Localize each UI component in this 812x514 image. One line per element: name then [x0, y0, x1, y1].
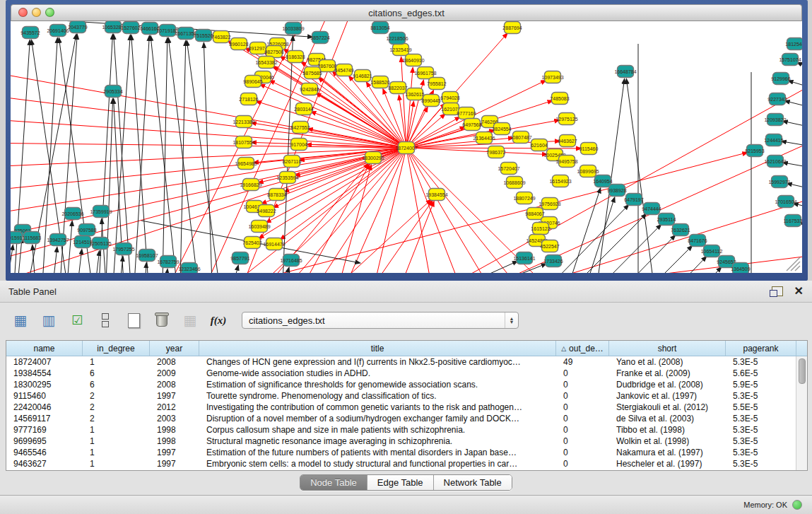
network-node[interactable]: 16039489 — [248, 221, 270, 233]
network-node[interactable]: 9097588 — [77, 224, 96, 236]
table-row[interactable]: 1938455462009Genome-wide association stu… — [6, 368, 807, 379]
network-node[interactable]: 18300295 — [362, 152, 384, 164]
network-node[interactable]: 8267110 — [283, 156, 302, 168]
network-node[interactable]: 7625402 — [242, 237, 261, 249]
network-edge[interactable] — [95, 251, 100, 273]
network-node[interactable]: 2718126 — [239, 93, 258, 105]
network-node[interactable]: 9115460 — [579, 143, 599, 155]
network-edge[interactable] — [787, 183, 802, 189]
network-node[interactable]: 917004 — [290, 139, 307, 151]
zoom-window-button[interactable] — [45, 8, 54, 17]
network-node[interactable]: 16210643 — [764, 156, 786, 168]
network-node[interactable]: 13942757 — [47, 234, 69, 246]
network-edge[interactable] — [145, 263, 146, 273]
network-edge[interactable] — [406, 148, 488, 273]
table-row[interactable]: 1456911722003Disruption of a novel membe… — [6, 413, 807, 424]
network-node[interactable]: 17359919 — [90, 206, 112, 218]
column-header-name[interactable]: name — [6, 341, 83, 356]
new-table-icon[interactable] — [124, 311, 143, 329]
column-header-title[interactable]: title — [199, 341, 556, 356]
network-node[interactable]: 1588520 — [370, 76, 389, 88]
network-node[interactable]: 8960128 — [229, 38, 248, 50]
network-node[interactable]: 621604 — [531, 139, 547, 151]
network-node[interactable]: 1615122 — [531, 223, 550, 235]
network-node[interactable]: 18107554 — [233, 136, 254, 148]
table-row[interactable]: 946362711997Embryonic stem cells: a mode… — [6, 458, 807, 469]
network-node[interactable]: 10654112 — [701, 245, 723, 257]
network-node[interactable]: 8427552 — [290, 122, 310, 134]
network-node[interactable]: 9242848 — [300, 83, 319, 95]
network-node[interactable]: 9463627 — [558, 135, 577, 147]
network-edge[interactable] — [406, 148, 431, 273]
network-node[interactable]: 9857791 — [230, 252, 249, 264]
minimize-window-button[interactable] — [32, 8, 41, 17]
network-node[interactable]: 7485083 — [550, 93, 569, 105]
network-node[interactable]: 3824554 — [492, 123, 511, 135]
network-node[interactable]: 1115683 — [23, 232, 41, 244]
network-node[interactable]: 2887694 — [502, 22, 522, 34]
table-row[interactable]: 2242004622012Investigating the contribut… — [6, 402, 807, 413]
network-node[interactable]: 3857224 — [310, 32, 329, 44]
network-node[interactable]: 16914479 — [263, 238, 285, 250]
network-node[interactable]: 19654985 — [235, 158, 257, 170]
network-edge[interactable] — [789, 81, 802, 88]
network-node[interactable]: 19495758 — [555, 156, 577, 168]
float-panel-icon[interactable] — [772, 286, 783, 296]
network-edge[interactable] — [53, 247, 57, 273]
network-node[interactable]: 12323466 — [178, 263, 200, 274]
network-node[interactable]: 12213389 — [233, 116, 254, 128]
network-node[interactable]: 19756928 — [539, 198, 560, 210]
network-node[interactable]: 15751074 — [779, 54, 801, 66]
network-node[interactable]: 16154923 — [549, 175, 571, 187]
delete-table-icon[interactable] — [153, 311, 171, 329]
column-header-out_de[interactable]: △out_de… — [556, 341, 609, 356]
network-node[interactable]: 10807487 — [510, 132, 531, 144]
network-node[interactable]: 12093822 — [764, 114, 786, 126]
network-node[interactable]: 15136141 — [513, 252, 535, 264]
network-canvas[interactable]: 1872400718300295746382289601288912974152… — [11, 21, 802, 273]
tab-edge-table[interactable]: Edge Table — [367, 475, 434, 490]
network-edge[interactable] — [78, 250, 82, 273]
network-edge[interactable] — [261, 148, 406, 273]
column-header-year[interactable]: year — [150, 341, 199, 356]
network-node[interactable]: 8454749 — [334, 64, 353, 76]
close-window-button[interactable] — [18, 8, 28, 17]
network-edge[interactable] — [67, 221, 72, 273]
network-node[interactable]: 19384554 — [425, 189, 447, 201]
memory-status-indicator[interactable] — [792, 500, 802, 510]
network-node[interactable]: 8813054 — [370, 22, 389, 34]
network-edge[interactable] — [11, 245, 13, 273]
network-edge[interactable] — [290, 148, 406, 273]
network-node[interactable]: 9435572 — [20, 27, 40, 39]
network-node[interactable]: 2905334 — [103, 86, 122, 98]
network-edge[interactable] — [406, 148, 547, 154]
network-edge[interactable] — [166, 269, 167, 273]
network-node[interactable]: 19166829 — [240, 179, 261, 191]
network-node[interactable]: 19716485 — [280, 255, 302, 267]
table-selector-dropdown[interactable]: citations_edges.txt▲▼ — [242, 312, 519, 329]
network-edge[interactable] — [134, 36, 149, 273]
table-row[interactable]: 911546021997Tourette syndrome. Phenomeno… — [6, 390, 807, 402]
function-builder-icon[interactable]: f(x) — [209, 311, 228, 329]
network-node[interactable]: 9146821 — [353, 70, 372, 82]
network-node[interactable]: 2803144 — [294, 103, 313, 115]
network-node[interactable]: 1812544 — [785, 38, 802, 50]
tab-network-table[interactable]: Network Table — [434, 475, 512, 490]
network-edge[interactable] — [579, 256, 802, 273]
network-node[interactable]: 4522547 — [540, 240, 559, 252]
network-edge[interactable] — [401, 57, 406, 148]
network-node[interactable]: 8990445 — [421, 95, 440, 107]
network-node[interactable]: 16958107 — [136, 250, 158, 262]
close-panel-icon[interactable]: ✕ — [794, 286, 804, 296]
table-settings-icon[interactable]: ▦ — [11, 311, 30, 329]
network-node[interactable]: 21364436 — [473, 132, 495, 144]
network-edge[interactable] — [466, 262, 517, 273]
network-node[interactable]: 12975125 — [555, 113, 577, 125]
row-selection-icon[interactable]: ☑ — [68, 311, 86, 329]
network-edge[interactable] — [406, 148, 459, 273]
table-scrollbar-thumb[interactable] — [799, 358, 806, 384]
network-node[interactable]: 1364509 — [731, 263, 750, 274]
network-node[interactable]: 12505135 — [89, 238, 111, 250]
network-node[interactable]: 7986372 — [486, 146, 505, 158]
table-scrollbar[interactable] — [796, 356, 807, 470]
